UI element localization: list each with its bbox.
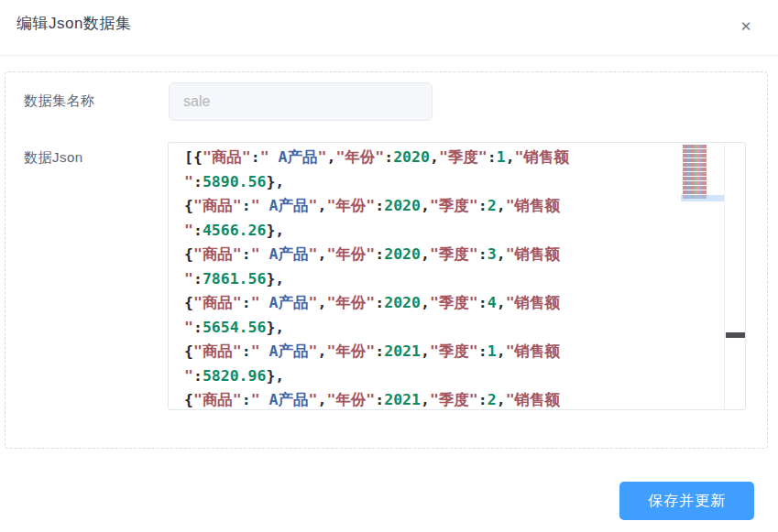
code-line: {"商品":" A产品","年份":2020,"季度":4,"销售额 <box>184 291 724 316</box>
form-container: 数据集名称 数据Json [{"商品":" A产品","年份":2020,"季度… <box>5 71 768 449</box>
editor-minimap[interactable] <box>683 145 708 200</box>
code-line: [{"商品":" A产品","年份":2020,"季度":1,"销售额 <box>184 146 724 170</box>
editor-scrollbar-thumb[interactable] <box>726 332 745 338</box>
close-button[interactable]: ✕ <box>736 16 756 37</box>
code-line: ":4566.26}, <box>184 219 724 244</box>
close-icon: ✕ <box>740 18 752 35</box>
save-button[interactable]: 保存并更新 <box>619 482 754 520</box>
code-line: ":5820.96}, <box>184 364 724 389</box>
dataset-name-input[interactable] <box>169 82 433 121</box>
code-line: ":5890.56}, <box>184 170 724 195</box>
code-line: {"商品":" A产品","年份":2021,"季度":1,"销售额 <box>184 340 724 364</box>
editor-scrollbar-track <box>724 143 725 409</box>
json-code[interactable]: [{"商品":" A产品","年份":2020,"季度":1,"销售额":589… <box>169 143 724 409</box>
dataset-name-label: 数据集名称 <box>24 92 95 110</box>
dialog-title: 编辑Json数据集 <box>16 13 131 34</box>
header-divider <box>0 55 778 56</box>
code-line: {"商品":" A产品","年份":2020,"季度":2,"销售额 <box>184 194 724 219</box>
json-editor[interactable]: [{"商品":" A产品","年份":2020,"季度":1,"销售额":589… <box>168 142 746 410</box>
minimap-viewport-indicator[interactable] <box>681 195 724 201</box>
save-button-label: 保存并更新 <box>648 492 726 511</box>
code-line: ":5654.56}, <box>184 316 724 341</box>
code-line: ":7861.56}, <box>184 267 724 292</box>
code-line: {"商品":" A产品","年份":2021,"季度":2,"销售额 <box>184 388 724 409</box>
code-line: {"商品":" A产品","年份":2020,"季度":3,"销售额 <box>184 243 724 267</box>
data-json-label: 数据Json <box>24 149 83 167</box>
